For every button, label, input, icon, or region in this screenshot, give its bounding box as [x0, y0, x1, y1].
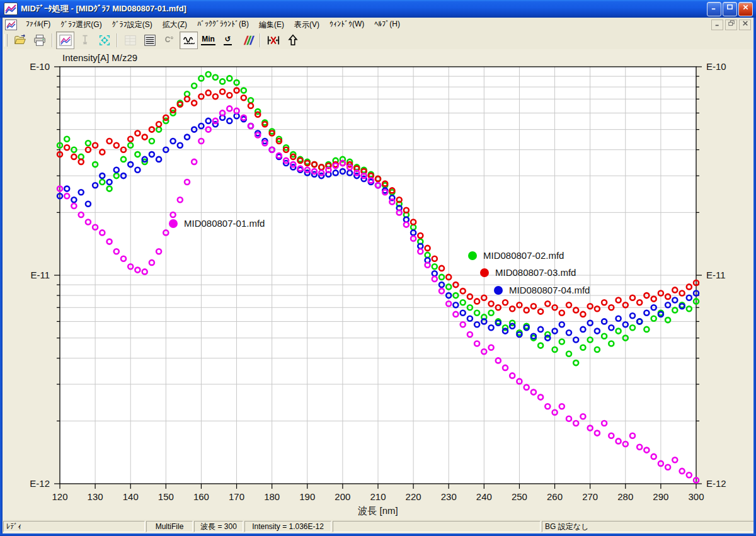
svg-text:180: 180	[264, 491, 280, 502]
svg-text:230: 230	[441, 491, 457, 502]
menu-item[interactable]: 拡大(Z)	[158, 18, 192, 32]
window-border-left	[0, 18, 3, 536]
status-panel	[333, 521, 541, 532]
x-axis-title: 波長 [nm]	[358, 505, 398, 516]
svg-text:280: 280	[617, 491, 633, 502]
window-title: MIDﾃﾞｰﾀ処理 - [MIDｸﾞﾗﾌ MID080807-01.mfd]	[21, 3, 186, 14]
svg-text:290: 290	[653, 491, 668, 502]
background-filter-icon[interactable]	[238, 31, 256, 49]
legend-marker	[169, 219, 178, 228]
svg-text:E-12: E-12	[30, 478, 50, 489]
svg-text:130: 130	[88, 491, 103, 502]
list-view-icon[interactable]	[140, 31, 159, 49]
legend-marker	[494, 286, 503, 295]
status-panels: ﾚﾃﾞｨMultiFile波長 = 300Intensity = 1.036E-…	[3, 521, 756, 532]
menu-item[interactable]: ｸﾞﾗﾌ設定(S)	[107, 18, 158, 32]
svg-text:200: 200	[335, 491, 350, 502]
legend-label: MID080807-02.mfd	[483, 250, 564, 261]
table-view-icon	[121, 31, 139, 49]
menu-item[interactable]: ｳｨﾝﾄﾞｳ(W)	[324, 18, 369, 32]
title-bar: MIDﾃﾞｰﾀ処理 - [MIDｸﾞﾗﾌ MID080807-01.mfd]	[0, 0, 756, 18]
open-file-icon[interactable]	[11, 31, 29, 49]
menu-item[interactable]: ﾍﾙﾌﾟ(H)	[369, 18, 405, 32]
svg-text:210: 210	[370, 491, 386, 502]
menu-item[interactable]: ｸﾞﾗﾌ選択(G)	[55, 18, 106, 32]
minimize-button[interactable]	[707, 2, 721, 16]
fit-view-icon[interactable]	[95, 31, 113, 49]
mdi-close-button[interactable]	[739, 20, 751, 30]
svg-text:120: 120	[52, 491, 67, 502]
svg-text:E-11: E-11	[706, 270, 726, 280]
graph-view-icon[interactable]	[56, 31, 74, 49]
status-bar: ﾚﾃﾞｨMultiFile波長 = 300Intensity = 1.036E-…	[3, 520, 753, 533]
menu-item[interactable]: 表示(V)	[289, 18, 324, 32]
menu-item[interactable]: ﾌｧｲﾙ(F)	[21, 18, 55, 32]
chart-area: Intensity[A] M/z29E-10E-10E-11E-11E-12E-…	[3, 49, 753, 520]
svg-text:150: 150	[158, 491, 174, 502]
svg-text:270: 270	[582, 491, 598, 502]
svg-text:140: 140	[123, 491, 139, 502]
svg-text:220: 220	[406, 491, 421, 502]
window-border-right	[753, 18, 756, 536]
toolbar-separator	[52, 33, 53, 47]
toolbar-separator	[260, 33, 261, 47]
svg-text:190: 190	[299, 491, 315, 502]
toolbar-separator	[117, 33, 118, 47]
redraw-icon[interactable]: ↺	[219, 31, 237, 49]
cursor-tool-icon	[76, 31, 94, 49]
mdi-minimize-button[interactable]	[711, 20, 723, 30]
menu-bar: ﾌｧｲﾙ(F)ｸﾞﾗﾌ選択(G)ｸﾞﾗﾌ設定(S)拡大(Z)ﾊﾞｯｸｸﾞﾗｳﾝﾄ…	[3, 18, 753, 32]
menu-items: ﾌｧｲﾙ(F)ｸﾞﾗﾌ選択(G)ｸﾞﾗﾌ設定(S)拡大(Z)ﾊﾞｯｸｸﾞﾗｳﾝﾄ…	[21, 18, 405, 32]
gridlines	[60, 67, 696, 484]
app-icon	[4, 3, 18, 15]
svg-text:E-12: E-12	[706, 478, 726, 489]
status-panel: MultiFile	[146, 521, 193, 532]
toolbar-grip[interactable]	[4, 34, 8, 47]
svg-text:E-11: E-11	[30, 270, 50, 280]
toolbar-items: C°Min↺	[10, 31, 302, 49]
wave-view-icon[interactable]	[180, 31, 198, 49]
svg-text:300: 300	[688, 491, 704, 502]
mid-intensity-chart: Intensity[A] M/z29E-10E-10E-11E-11E-12E-…	[0, 49, 756, 520]
window-border-bottom	[0, 533, 756, 536]
maximize-button[interactable]	[723, 2, 737, 16]
legend-marker	[480, 268, 489, 277]
print-icon[interactable]	[30, 31, 49, 49]
svg-text:240: 240	[476, 491, 492, 502]
menu-item[interactable]: 編集(E)	[254, 18, 289, 32]
bg-subtract-icon[interactable]	[264, 31, 282, 49]
close-button[interactable]	[738, 2, 753, 16]
menu-item[interactable]: ﾊﾞｯｸｸﾞﾗｳﾝﾄﾞ(B)	[192, 18, 254, 32]
legend-label: MID080807-01.mfd	[184, 218, 265, 229]
chart-title: Intensity[A] M/z29	[62, 52, 137, 63]
status-panel: Intensity = 1.036E-12	[244, 521, 331, 532]
svg-text:E-10: E-10	[30, 61, 50, 72]
legend-label: MID080807-03.mfd	[495, 267, 576, 278]
svg-text:260: 260	[547, 491, 563, 502]
svg-text:E-10: E-10	[706, 61, 726, 72]
min-scale-icon[interactable]: Min	[199, 31, 217, 49]
svg-text:250: 250	[512, 491, 527, 502]
temperature-icon: C°	[160, 31, 178, 49]
svg-text:160: 160	[193, 491, 209, 502]
legend-marker	[468, 251, 477, 260]
status-panel: 波長 = 300	[194, 521, 243, 532]
status-panel: BG 設定なし	[542, 521, 756, 532]
legend-label: MID080807-04.mfd	[509, 285, 590, 295]
status-panel: ﾚﾃﾞｨ	[3, 521, 145, 532]
document-icon	[5, 20, 17, 30]
export-up-icon[interactable]	[284, 31, 302, 49]
toolbar: C°Min↺	[3, 31, 753, 50]
mdi-restore-button[interactable]	[725, 20, 737, 30]
svg-text:170: 170	[229, 491, 244, 502]
